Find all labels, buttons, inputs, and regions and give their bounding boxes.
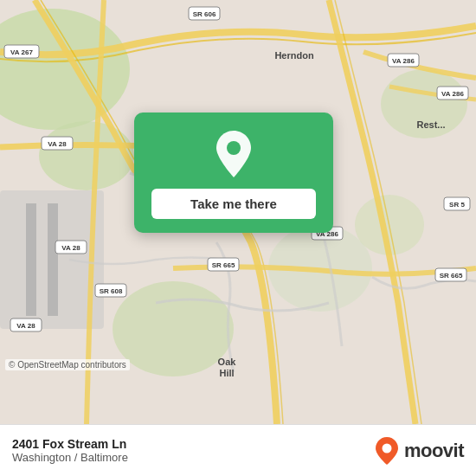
- moovit-text: moovit: [404, 440, 464, 462]
- svg-text:VA 286: VA 286: [441, 90, 464, 98]
- svg-text:VA 28: VA 28: [61, 244, 80, 252]
- map-container: VA 267 VA 28 VA 28 VA 28 SR 606 SR 665 S…: [0, 0, 476, 424]
- svg-point-3: [113, 281, 234, 376]
- svg-rect-9: [48, 203, 58, 316]
- svg-text:VA 286: VA 286: [392, 57, 415, 65]
- location-card: Take me there: [134, 113, 333, 233]
- svg-text:SR 608: SR 608: [100, 287, 123, 295]
- svg-text:Rest...: Rest...: [416, 119, 445, 130]
- svg-text:SR 665: SR 665: [440, 272, 463, 280]
- svg-text:SR 5: SR 5: [449, 201, 465, 209]
- svg-point-39: [382, 443, 391, 453]
- address-section: 2401 Fox Stream Ln Washington / Baltimor…: [12, 437, 128, 464]
- address-line: 2401 Fox Stream Ln: [12, 437, 128, 451]
- svg-text:Oak: Oak: [218, 357, 237, 367]
- svg-text:VA 28: VA 28: [16, 322, 35, 330]
- take-me-there-button[interactable]: Take me there: [151, 189, 316, 219]
- city-line: Washington / Baltimore: [12, 451, 128, 464]
- svg-text:VA 28: VA 28: [48, 140, 67, 148]
- svg-rect-8: [26, 203, 36, 316]
- svg-text:Hill: Hill: [219, 368, 234, 378]
- copyright-text: © OpenStreetMap contributors: [5, 359, 130, 370]
- bottom-bar: 2401 Fox Stream Ln Washington / Baltimor…: [0, 424, 476, 476]
- location-pin-icon: [212, 129, 255, 179]
- moovit-pin-icon: [375, 436, 399, 466]
- svg-text:SR 665: SR 665: [212, 261, 235, 269]
- svg-text:VA 267: VA 267: [10, 48, 33, 56]
- svg-point-38: [227, 141, 241, 155]
- moovit-logo: moovit: [375, 436, 464, 466]
- svg-text:Herndon: Herndon: [274, 50, 314, 61]
- svg-text:SR 606: SR 606: [193, 10, 216, 18]
- pin-icon-container: [208, 128, 260, 180]
